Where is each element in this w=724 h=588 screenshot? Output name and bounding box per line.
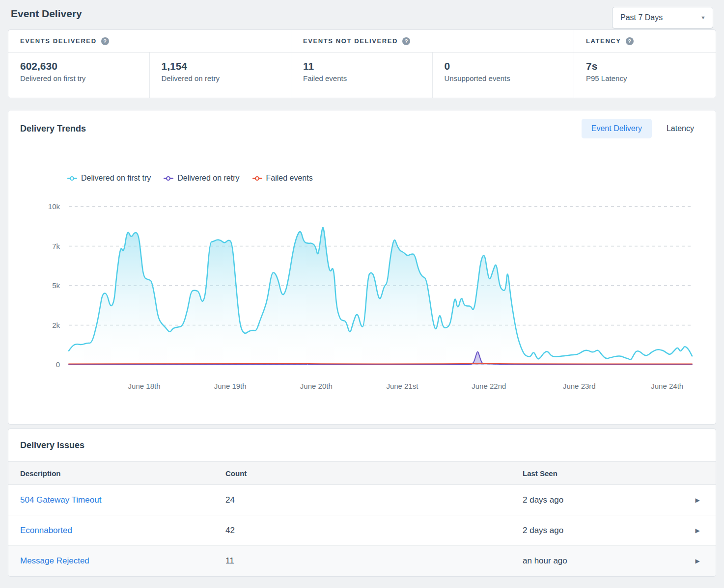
delivery-trends-card: Delivery Trends Event Delivery Latency 0… <box>8 110 716 425</box>
legend-label: Delivered on first try <box>81 174 151 183</box>
table-row[interactable]: 504 Gateway Timeout 24 2 days ago ▶ <box>8 485 716 515</box>
issue-count: 11 <box>214 556 511 566</box>
tab-event-delivery[interactable]: Event Delivery <box>582 119 652 138</box>
metric-first-try: 602,630 Delivered on first try <box>8 53 150 98</box>
metric-value: 11 <box>303 60 420 72</box>
svg-text:5k: 5k <box>52 281 60 290</box>
issues-title: Delivery Issues <box>20 440 84 451</box>
stat-body: 11 Failed events 0 Unsupported events <box>291 53 574 98</box>
date-range-value: Past 7 Days <box>620 13 663 22</box>
stat-section-label: EVENTS NOT DELIVERED <box>303 37 398 45</box>
issue-last-seen: an hour ago <box>511 556 688 566</box>
svg-text:0: 0 <box>56 360 60 369</box>
svg-text:June 21st: June 21st <box>386 382 418 390</box>
metric-value: 7s <box>586 60 704 72</box>
col-last-seen: Last Seen <box>511 469 688 478</box>
table-row[interactable]: Message Rejected 11 an hour ago ▶ <box>8 546 716 576</box>
issues-title-row: Delivery Issues <box>8 429 716 461</box>
svg-text:June 20th: June 20th <box>300 382 333 390</box>
svg-text:June 24th: June 24th <box>651 382 683 390</box>
legend-marker-failed-icon <box>252 176 262 181</box>
stat-section-label: LATENCY <box>586 37 621 45</box>
metric-label: P95 Latency <box>586 74 704 82</box>
chevron-right-icon[interactable]: ▶ <box>695 527 708 534</box>
legend-item-retry[interactable]: Delivered on retry <box>164 174 239 183</box>
svg-text:2k: 2k <box>52 321 60 329</box>
event-delivery-page: Event Delivery Past 7 Days ▼ EVENTS DELI… <box>0 0 724 577</box>
issue-link[interactable]: Message Rejected <box>20 556 89 565</box>
help-icon[interactable]: ? <box>626 37 634 45</box>
metric-unsupported: 0 Unsupported events <box>433 53 574 98</box>
date-range-select[interactable]: Past 7 Days ▼ <box>612 7 713 28</box>
legend-marker-first-try-icon <box>67 176 77 181</box>
trends-tabs: Event Delivery Latency <box>582 119 704 138</box>
metric-value: 1,154 <box>162 60 279 72</box>
stat-section-header: EVENTS DELIVERED ? <box>8 30 291 53</box>
stats-card: EVENTS DELIVERED ? 602,630 Delivered on … <box>8 29 716 98</box>
issue-link[interactable]: Econnaborted <box>20 526 72 535</box>
stat-section-delivered: EVENTS DELIVERED ? 602,630 Delivered on … <box>8 30 291 98</box>
svg-text:June 18th: June 18th <box>128 382 161 390</box>
stat-section-header: LATENCY ? <box>574 30 716 53</box>
legend-label: Delivered on retry <box>177 174 239 183</box>
issue-count: 42 <box>214 526 511 535</box>
caret-down-icon: ▼ <box>700 15 706 20</box>
issues-table-header: Description Count Last Seen <box>8 461 716 485</box>
svg-text:10k: 10k <box>48 202 60 211</box>
help-icon[interactable]: ? <box>101 37 109 45</box>
stat-body: 7s P95 Latency <box>574 53 716 98</box>
metric-failed: 11 Failed events <box>291 53 433 98</box>
legend-item-failed[interactable]: Failed events <box>252 174 313 183</box>
svg-text:7k: 7k <box>52 242 60 250</box>
stat-section-not-delivered: EVENTS NOT DELIVERED ? 11 Failed events … <box>291 30 574 98</box>
svg-text:June 19th: June 19th <box>214 382 247 390</box>
metric-value: 602,630 <box>20 60 138 72</box>
trends-header: Delivery Trends Event Delivery Latency <box>8 110 716 147</box>
top-bar: Event Delivery Past 7 Days ▼ <box>8 0 716 29</box>
trends-title: Delivery Trends <box>20 124 86 134</box>
issue-last-seen: 2 days ago <box>511 526 688 535</box>
table-row[interactable]: Econnaborted 42 2 days ago ▶ <box>8 515 716 546</box>
metric-label: Delivered on first try <box>20 74 138 82</box>
col-description: Description <box>8 469 214 478</box>
col-count: Count <box>214 469 511 478</box>
chart-legend: Delivered on first try Delivered on retr… <box>67 174 313 183</box>
trends-chart-svg: 02k5k7k10kJune 18thJune 19thJune 20thJun… <box>8 147 714 424</box>
stat-section-latency: LATENCY ? 7s P95 Latency <box>574 30 716 98</box>
chevron-right-icon[interactable]: ▶ <box>695 558 708 564</box>
issue-count: 24 <box>214 495 511 505</box>
legend-marker-retry-icon <box>164 176 173 181</box>
metric-p95-latency: 7s P95 Latency <box>574 53 716 98</box>
trends-chart-area: 02k5k7k10kJune 18thJune 19thJune 20thJun… <box>8 147 716 424</box>
stat-body: 602,630 Delivered on first try 1,154 Del… <box>8 53 291 98</box>
legend-label: Failed events <box>266 174 313 183</box>
metric-retry: 1,154 Delivered on retry <box>150 53 291 98</box>
legend-item-first-try[interactable]: Delivered on first try <box>67 174 151 183</box>
svg-text:June 22nd: June 22nd <box>472 382 506 390</box>
metric-value: 0 <box>445 60 562 72</box>
stat-section-label: EVENTS DELIVERED <box>20 37 97 45</box>
svg-text:June 23rd: June 23rd <box>563 382 596 390</box>
delivery-issues-card: Delivery Issues Description Count Last S… <box>8 428 716 577</box>
help-icon[interactable]: ? <box>402 37 410 45</box>
issue-last-seen: 2 days ago <box>511 495 688 505</box>
metric-label: Failed events <box>303 74 420 82</box>
tab-latency[interactable]: Latency <box>657 119 704 138</box>
stat-section-header: EVENTS NOT DELIVERED ? <box>291 30 574 53</box>
metric-label: Delivered on retry <box>162 74 279 82</box>
metric-label: Unsupported events <box>445 74 562 82</box>
page-title: Event Delivery <box>11 7 82 20</box>
chevron-right-icon[interactable]: ▶ <box>695 497 708 504</box>
issues-table: Description Count Last Seen 504 Gateway … <box>8 461 716 576</box>
issue-link[interactable]: 504 Gateway Timeout <box>20 495 101 505</box>
